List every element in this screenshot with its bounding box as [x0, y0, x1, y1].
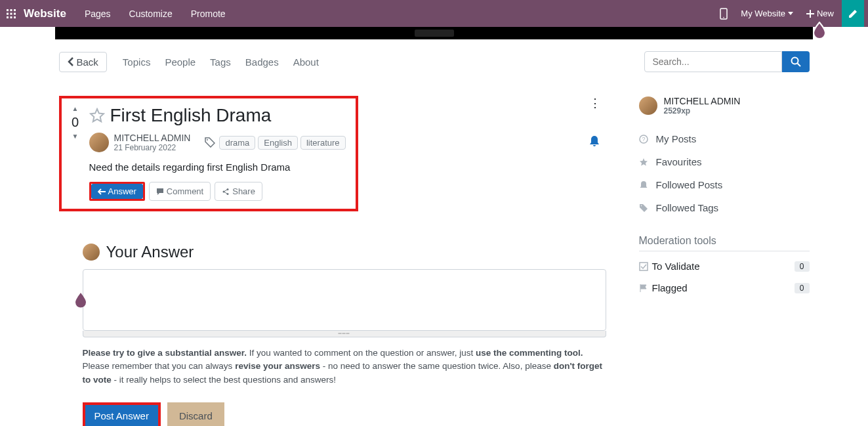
- discard-button[interactable]: Discard: [167, 402, 224, 426]
- sidebar-followed-posts[interactable]: Followed Posts: [639, 173, 810, 196]
- new-label: New: [817, 9, 834, 18]
- share-label: Share: [232, 186, 255, 196]
- answer-author-avatar: [83, 244, 100, 261]
- droplet-icon: [812, 22, 827, 39]
- svg-rect-1: [10, 9, 12, 11]
- sidebar-followed-tags[interactable]: Followed Tags: [639, 196, 810, 219]
- search-button[interactable]: [782, 51, 810, 72]
- hint-m4: - it really helps to select the best que…: [112, 375, 336, 385]
- sidebar-profile-xp: 2529xp: [664, 106, 741, 116]
- svg-point-11: [791, 58, 798, 64]
- star-icon: [639, 158, 652, 167]
- tag-icon: [205, 137, 215, 148]
- hint-s1: Please try to give a substantial answer.: [83, 348, 247, 358]
- comment-button[interactable]: Comment: [149, 182, 211, 201]
- nav-about[interactable]: About: [293, 56, 319, 68]
- question-title: First English Drama: [110, 105, 272, 126]
- downvote-icon[interactable]: ▼: [66, 133, 85, 140]
- answer-label: Answer: [108, 186, 136, 196]
- svg-rect-7: [10, 16, 12, 18]
- nav-people[interactable]: People: [165, 56, 196, 68]
- svg-rect-4: [10, 12, 12, 14]
- followed-tags-label: Followed Tags: [656, 202, 719, 213]
- svg-rect-22: [640, 263, 648, 270]
- hint-s2: use the commenting tool.: [476, 348, 583, 358]
- search-input[interactable]: [644, 51, 782, 72]
- answer-button[interactable]: Answer: [91, 184, 143, 199]
- to-validate-label: To Validate: [652, 261, 700, 272]
- sidebar-my-posts[interactable]: ?My Posts: [639, 127, 810, 150]
- svg-point-13: [207, 139, 208, 140]
- sidebar: MITCHELL ADMIN 2529xp ?My Posts Favourit…: [639, 96, 810, 299]
- svg-point-10: [724, 16, 725, 18]
- nav-tags[interactable]: Tags: [210, 56, 231, 68]
- share-button[interactable]: Share: [215, 182, 262, 201]
- author-avatar[interactable]: [89, 133, 109, 152]
- svg-rect-8: [14, 16, 16, 18]
- post-date: 21 February 2022: [114, 143, 191, 152]
- svg-rect-5: [14, 12, 16, 14]
- svg-rect-3: [7, 12, 9, 14]
- flagged-label: Flagged: [652, 282, 688, 293]
- answer-hint: Please try to give a substantial answer.…: [83, 347, 606, 387]
- bell-small-icon: [639, 181, 652, 190]
- nav-topics[interactable]: Topics: [123, 56, 151, 68]
- hint-m2: Please remember that you can always: [83, 361, 236, 371]
- my-website-dropdown[interactable]: My Website: [741, 9, 796, 18]
- svg-rect-6: [7, 16, 9, 18]
- post-answer-button[interactable]: Post Answer: [85, 405, 158, 426]
- hint-m3: - no need to answer the same question tw…: [320, 361, 554, 371]
- editor-droplet-icon: [74, 292, 87, 308]
- sidebar-avatar[interactable]: [639, 96, 657, 115]
- preview-notch: [55, 27, 813, 39]
- favourite-star-icon[interactable]: [89, 108, 105, 123]
- svg-text:?: ?: [642, 136, 645, 142]
- editor-resize-handle[interactable]: ═══: [83, 331, 606, 337]
- more-menu-icon[interactable]: ⋮: [589, 96, 601, 110]
- vote-score: 0: [66, 115, 85, 130]
- svg-line-17: [224, 190, 227, 192]
- svg-point-21: [640, 205, 642, 206]
- upvote-icon[interactable]: ▲: [66, 105, 85, 112]
- hint-s3: revise your answers: [235, 361, 320, 371]
- svg-rect-0: [7, 9, 9, 11]
- menu-pages[interactable]: Pages: [85, 9, 111, 19]
- edit-button[interactable]: [842, 0, 864, 27]
- menu-promote[interactable]: Promote: [191, 9, 226, 19]
- tags-icon: [639, 203, 652, 213]
- brand[interactable]: Website: [24, 7, 66, 20]
- svg-line-18: [224, 192, 227, 194]
- comment-label: Comment: [167, 186, 203, 196]
- nav-badges[interactable]: Badges: [245, 56, 279, 68]
- sidebar-profile-name[interactable]: MITCHELL ADMIN: [664, 96, 741, 106]
- tag-drama[interactable]: drama: [219, 136, 255, 150]
- to-validate-count: 0: [795, 261, 810, 272]
- topbar: Website Pages Customize Promote My Websi…: [0, 0, 868, 27]
- sidebar-favourites[interactable]: Favourites: [639, 150, 810, 173]
- my-posts-label: My Posts: [656, 133, 697, 144]
- question-mark-icon: ?: [639, 135, 652, 144]
- subnav: Back Topics People Tags Badges About: [59, 39, 810, 72]
- new-button[interactable]: New: [806, 9, 834, 18]
- back-button[interactable]: Back: [59, 52, 107, 72]
- moderation-tools-heading: Moderation tools: [639, 235, 810, 251]
- apps-icon[interactable]: [4, 8, 16, 20]
- mod-to-validate[interactable]: To Validate 0: [639, 255, 810, 277]
- tag-literature[interactable]: literature: [300, 136, 346, 150]
- check-square-icon: [639, 262, 648, 271]
- mod-flagged[interactable]: Flagged 0: [639, 277, 810, 299]
- menu-customize[interactable]: Customize: [129, 9, 173, 19]
- answer-editor[interactable]: [83, 269, 606, 331]
- question-body: Need the details regarding first English…: [89, 161, 349, 173]
- author-name[interactable]: MITCHELL ADMIN: [114, 133, 191, 143]
- hint-m1: If you wanted to comment on the question…: [247, 348, 476, 358]
- followed-posts-label: Followed Posts: [656, 179, 723, 190]
- your-answer-heading: Your Answer: [106, 243, 194, 261]
- svg-rect-2: [14, 9, 16, 11]
- my-website-label: My Website: [741, 9, 785, 18]
- mobile-preview-icon[interactable]: [720, 8, 730, 20]
- svg-line-12: [797, 64, 800, 67]
- tag-english[interactable]: English: [258, 136, 298, 150]
- bell-icon[interactable]: [589, 135, 601, 147]
- flagged-count: 0: [795, 283, 810, 293]
